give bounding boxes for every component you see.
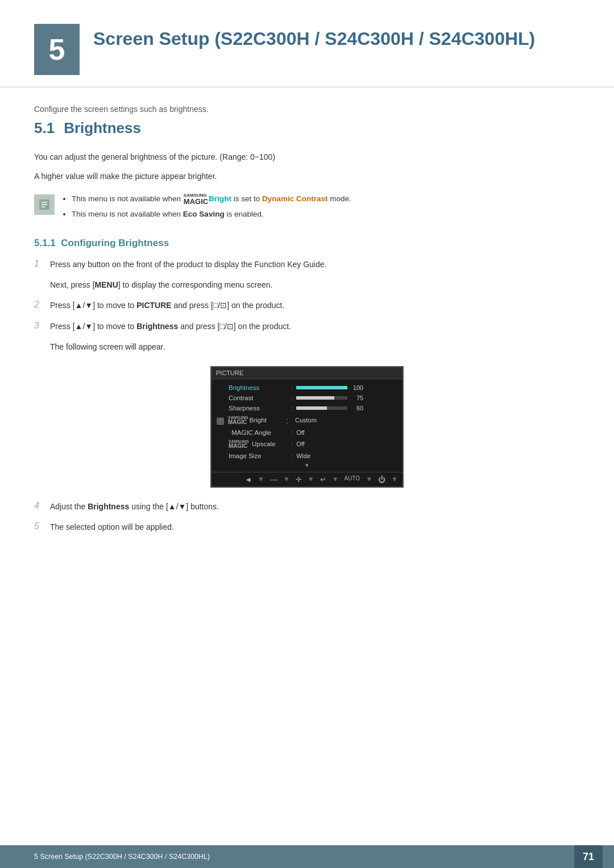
step-1: 1 Press any button on the front of the p… (34, 258, 580, 271)
menu-row-brightness: Brightness : 100 (211, 383, 403, 393)
footer-page-num: 71 (574, 845, 603, 868)
menu-row-contrast: Contrast : 75 (211, 393, 403, 403)
step-4: 4 Adjust the Brightness using the [▲/▼] … (34, 500, 580, 513)
section-5-1-title: 5.1Brightness (34, 119, 580, 137)
footer-btn-auto: AUTO (345, 475, 360, 484)
brightness-track (296, 386, 347, 389)
step-content-3: Press [▲/▼] to move to Brightness and pr… (50, 320, 291, 333)
body-text-1: You can adjust the general brightness of… (34, 151, 580, 163)
step-content-4: Adjust the Brightness using the [▲/▼] bu… (50, 500, 219, 513)
chapter-title: Screen Setup (S22C300H / S24C300H / S24C… (93, 23, 535, 50)
monitor-container: PICTURE Brightness : 100 (34, 366, 580, 488)
page-footer: 5 Screen Setup (S22C300H / S24C300H / S2… (0, 845, 614, 868)
note-list: This menu is not available when SAMSUNGM… (63, 193, 351, 224)
footer-btn-power: ⏻ (378, 475, 385, 484)
menu-row-magic-bright: ▦ SAMSUNG MAGIC Bright : Custom (211, 413, 403, 427)
step-3: 3 Press [▲/▼] to move to Brightness and … (34, 320, 580, 333)
step-content-1: Press any button on the front of the pro… (50, 258, 326, 271)
menu-row-magic-upscale: SAMSUNG MAGIC Upscale : Off (211, 438, 403, 451)
menu-row-sharpness: Sharpness : 60 (211, 403, 403, 413)
brightness-bar: 100 (296, 384, 363, 391)
footer-btn-minus: — (270, 475, 277, 484)
brightness-fill (296, 386, 347, 389)
scroll-indicator: ▼ (211, 461, 403, 470)
screen-footer: ◄ ▼ — ▼ ✛ ▼ ↵ ▼ AUTO ▼ ⏻ ▼ (211, 472, 403, 487)
chapter-header: 5 Screen Setup (S22C300H / S24C300H / S2… (0, 0, 614, 88)
body-text-2: A higher value will make the picture app… (34, 170, 580, 182)
step-num-4: 4 (34, 500, 50, 511)
step-num-1: 1 (34, 258, 50, 269)
step-3-sub: The following screen will appear. (50, 340, 580, 353)
subsection-5-1-1-title: 5.1.1 Configuring Brightness (34, 238, 580, 249)
step-num-3: 3 (34, 320, 50, 331)
step-content-2: Press [▲/▼] to move to PICTURE and press… (50, 299, 284, 312)
note-item-2: This menu is not available when Eco Savi… (72, 209, 351, 221)
step-1-sub: Next, press [MENU] to display the corres… (50, 279, 580, 291)
footer-btn-enter: ↵ (320, 475, 326, 484)
step-content-5: The selected option will be applied. (50, 521, 174, 533)
chapter-number: 5 (34, 24, 80, 75)
menu-row-image-size: Image Size : Wide (211, 451, 403, 461)
footer-btn-plus: ✛ (296, 475, 302, 484)
steps-list: 1 Press any button on the front of the p… (34, 258, 580, 534)
monitor-icon: ▦ (216, 415, 225, 426)
chapter-subtitle: Configure the screen settings such as br… (0, 105, 614, 114)
menu-label-brightness: Brightness (229, 384, 291, 391)
note-box: This menu is not available when SAMSUNGM… (34, 193, 580, 224)
footer-text: 5 Screen Setup (S22C300H / S24C300H / S2… (34, 853, 210, 861)
step-num-2: 2 (34, 299, 50, 310)
monitor-screen: PICTURE Brightness : 100 (210, 366, 404, 488)
menu-row-magic-angle: MAGIC Angle : Off (211, 427, 403, 438)
screen-menu: Brightness : 100 Contrast : (211, 379, 403, 472)
screen-header: PICTURE (211, 367, 403, 379)
note-icon (34, 194, 55, 215)
footer-btn-back: ◄ (244, 475, 252, 484)
step-num-5: 5 (34, 521, 50, 531)
main-content: 5.1Brightness You can adjust the general… (0, 119, 614, 587)
step-5: 5 The selected option will be applied. (34, 521, 580, 533)
step-2: 2 Press [▲/▼] to move to PICTURE and pre… (34, 299, 580, 312)
note-item-1: This menu is not available when SAMSUNGM… (72, 193, 351, 205)
